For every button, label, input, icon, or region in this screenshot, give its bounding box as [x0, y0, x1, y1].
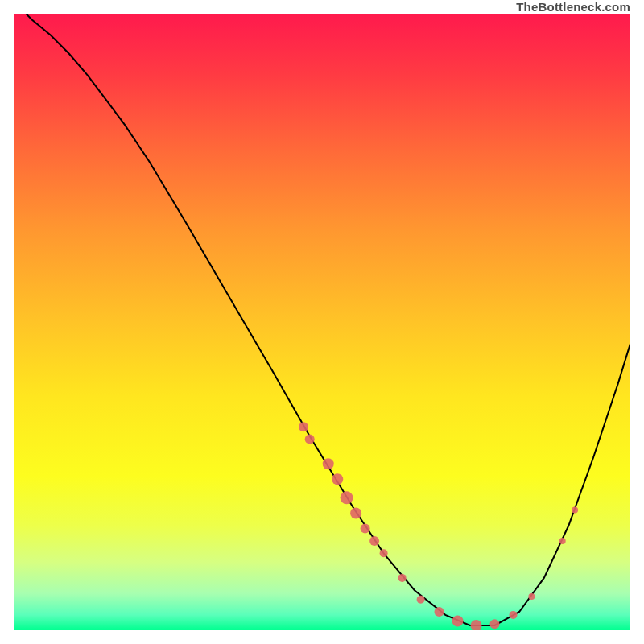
- watermark-text: TheBottleneck.com: [516, 0, 630, 14]
- chart-container: TheBottleneck.com: [0, 0, 644, 644]
- chart-frame: [14, 14, 630, 630]
